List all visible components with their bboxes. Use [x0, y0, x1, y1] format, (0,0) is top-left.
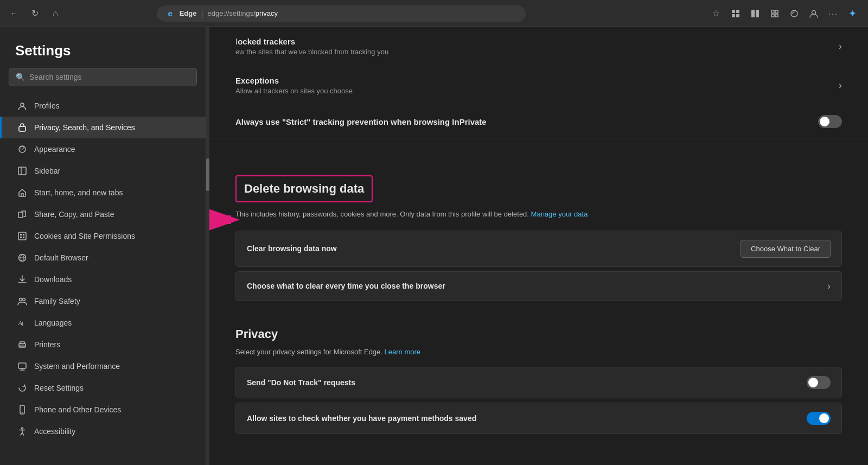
sidebar-item-printers[interactable]: Printers	[0, 334, 206, 355]
svg-rect-18	[23, 237, 24, 238]
sidebar-label-accessibility: Accessibility	[34, 427, 75, 436]
share-copy-icon	[17, 209, 28, 220]
learn-more-link[interactable]: Learn more	[385, 348, 420, 356]
appearance-icon	[17, 144, 28, 155]
svg-rect-15	[20, 234, 22, 235]
do-not-track-toggle[interactable]	[807, 376, 831, 389]
svg-rect-13	[18, 212, 23, 218]
svg-rect-1	[736, 10, 739, 13]
collections-button[interactable]	[766, 5, 783, 22]
profile-button[interactable]	[805, 5, 822, 22]
favorites-star-button[interactable]: ☆	[707, 5, 725, 22]
sidebar-label-sidebar: Sidebar	[34, 167, 60, 175]
refresh-button[interactable]: ↻	[27, 6, 42, 21]
sidebar-item-privacy[interactable]: Privacy, Search, and Services	[0, 117, 206, 138]
sidebar-item-default-browser[interactable]: Default Browser	[0, 247, 206, 269]
blocked-trackers-subtitle: ew the sites that we've blocked from tra…	[235, 48, 388, 56]
strict-tracking-toggle[interactable]	[818, 115, 842, 128]
sidebar-label-languages: Languages	[34, 319, 72, 327]
accessibility-icon	[17, 426, 28, 437]
sidebar-item-family-safety[interactable]: Family Safety	[0, 290, 206, 312]
sidebar-item-share-copy[interactable]: Share, Copy, and Paste	[0, 203, 206, 225]
sidebar-label-privacy: Privacy, Search, and Services	[34, 123, 135, 132]
svg-rect-4	[751, 10, 755, 17]
start-home-icon	[17, 187, 28, 198]
sidebar-label-start-home: Start, home, and new tabs	[34, 188, 123, 197]
svg-point-22	[20, 298, 22, 301]
profiles-icon	[17, 100, 28, 111]
strict-tracking-label: Always use "Strict" tracking prevention …	[235, 117, 818, 126]
phone-icon	[17, 404, 28, 415]
clear-every-time-row[interactable]: Choose what to clear every time you clos…	[235, 271, 842, 301]
blocked-trackers-row[interactable]: locked trackers ew the sites that we've …	[235, 27, 842, 66]
sidebar-label-appearance: Appearance	[34, 145, 75, 154]
address-brand: Edge	[180, 9, 197, 17]
svg-rect-28	[18, 363, 26, 368]
svg-point-6	[791, 10, 797, 17]
search-box[interactable]: 🔍	[9, 68, 197, 86]
search-icon: 🔍	[16, 73, 25, 81]
sidebar-label-share-copy: Share, Copy, and Paste	[34, 210, 114, 219]
exceptions-row[interactable]: Exceptions Allow all trackers on sites y…	[235, 66, 842, 105]
svg-rect-11	[18, 167, 26, 175]
toolbar-right: ☆ ··· ✦	[707, 5, 861, 22]
sidebar-item-profiles[interactable]: Profiles	[0, 95, 206, 117]
sidebar-item-sidebar[interactable]: Sidebar	[0, 160, 206, 182]
manage-data-link[interactable]: Manage your data	[531, 210, 588, 218]
sidebar-item-start-home[interactable]: Start, home, and new tabs	[0, 182, 206, 203]
cookies-icon	[17, 231, 28, 241]
privacy-icon	[17, 122, 28, 133]
payment-methods-toggle[interactable]	[807, 412, 831, 425]
copilot-button[interactable]: ✦	[844, 5, 861, 22]
printers-icon	[17, 339, 28, 350]
browser-sync-button[interactable]	[786, 5, 803, 22]
content-section-tracking: locked trackers ew the sites that we've …	[209, 27, 868, 138]
blocked-trackers-chevron: ›	[839, 41, 842, 52]
sidebar-item-downloads[interactable]: Downloads	[0, 269, 206, 290]
svg-rect-5	[756, 10, 759, 17]
languages-icon: AI	[17, 317, 28, 328]
search-input[interactable]	[29, 73, 190, 81]
privacy-description: Select your privacy settings for Microso…	[235, 348, 842, 356]
svg-rect-27	[20, 345, 24, 347]
sidebar-item-appearance[interactable]: Appearance	[0, 138, 206, 160]
sidebar-title: Settings	[0, 27, 206, 68]
payment-methods-label: Allow sites to check whether you have pa…	[247, 414, 476, 423]
sidebar-item-reset[interactable]: Reset Settings	[0, 377, 206, 399]
sidebar-label-cookies: Cookies and Site Permissions	[34, 232, 135, 240]
edge-logo-icon: e	[165, 9, 175, 18]
svg-rect-3	[736, 14, 739, 17]
system-icon	[17, 361, 28, 372]
do-not-track-row: Send "Do Not Track" requests	[235, 367, 842, 398]
sidebar-item-system[interactable]: System and Performance	[0, 355, 206, 377]
sidebar-item-phone[interactable]: Phone and Other Devices	[0, 399, 206, 421]
privacy-section: Privacy Select your privacy settings for…	[209, 327, 868, 434]
delete-data-section: Delete browsing data This includes histo…	[209, 138, 868, 310]
svg-point-33	[22, 428, 23, 429]
downloads-icon	[17, 274, 28, 285]
svg-rect-17	[20, 237, 22, 238]
svg-point-23	[23, 298, 25, 301]
back-button[interactable]: ←	[7, 6, 22, 21]
browser-chrome: ← ↻ ⌂ e Edge | edge://settings/privacy ☆…	[0, 0, 868, 27]
svg-rect-16	[23, 234, 24, 235]
sidebar-item-cookies[interactable]: Cookies and Site Permissions	[0, 225, 206, 247]
sidebar-item-languages[interactable]: AI Languages	[0, 312, 206, 334]
sidebar-item-accessibility[interactable]: Accessibility	[0, 421, 206, 442]
home-button[interactable]: ⌂	[48, 6, 63, 21]
sidebar-icon	[17, 165, 28, 176]
exceptions-title: Exceptions	[235, 76, 353, 85]
reset-icon	[17, 383, 28, 393]
clear-now-row: Clear browsing data now Choose What to C…	[235, 231, 842, 267]
choose-what-to-clear-button[interactable]: Choose What to Clear	[741, 240, 831, 258]
extensions-button[interactable]	[727, 5, 744, 22]
strict-tracking-row: Always use "Strict" tracking prevention …	[235, 105, 842, 138]
more-options-button[interactable]: ···	[825, 5, 842, 22]
split-view-button[interactable]	[746, 5, 764, 22]
sidebar-label-phone: Phone and Other Devices	[34, 405, 121, 414]
sidebar-label-printers: Printers	[34, 340, 60, 349]
svg-rect-0	[732, 10, 735, 13]
svg-point-8	[21, 103, 24, 106]
address-bar[interactable]: e Edge | edge://settings/privacy	[157, 5, 526, 22]
do-not-track-label: Send "Do Not Track" requests	[247, 378, 355, 387]
